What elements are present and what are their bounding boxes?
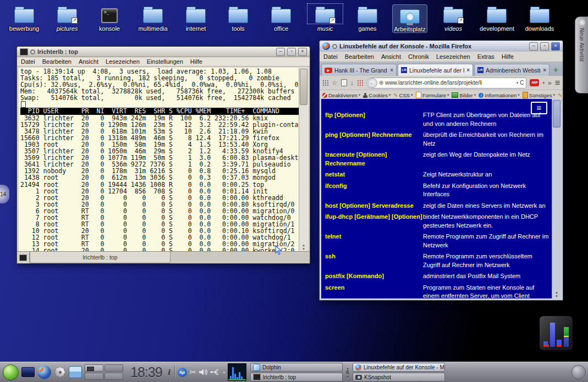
window-pin-icon[interactable]: [332, 44, 337, 49]
adblock-dropdown-icon[interactable]: ▾: [542, 81, 545, 85]
menu-chronik[interactable]: Chronik: [408, 53, 429, 60]
apps-grid-icon[interactable]: [322, 80, 328, 86]
page-menu-icon[interactable]: ≡: [531, 102, 547, 114]
url-bar[interactable]: ← ⊕ www.larsrichter-online.de/lars/proje…: [366, 77, 527, 88]
bookmark-star-icon[interactable]: ☆: [332, 80, 338, 86]
scrollbar-thumb[interactable]: [300, 69, 307, 105]
file-manager-icon[interactable]: [69, 366, 82, 378]
dev-cookies[interactable]: Cookies▾: [363, 92, 391, 98]
reload-icon[interactable]: C: [520, 80, 524, 86]
adblock-icon[interactable]: ABP: [530, 79, 539, 86]
dev-sonstiges[interactable]: Sonstiges▾: [523, 92, 555, 98]
desktop-icon-development[interactable]: development: [480, 4, 514, 32]
task-dolphin[interactable]: Dolphin: [250, 363, 343, 372]
settings-gear-icon[interactable]: [54, 366, 66, 378]
volume-icon[interactable]: [199, 368, 207, 376]
window-pin-icon[interactable]: [30, 49, 35, 54]
task-konsole[interactable]: lrichterlb : top: [250, 373, 343, 381]
show-desktop-icon[interactable]: [21, 367, 35, 377]
close-button[interactable]: ×: [298, 48, 307, 56]
minimize-button[interactable]: –: [529, 42, 538, 51]
pager-desktop-1[interactable]: [85, 364, 103, 372]
desktop-icon-bewerbung[interactable]: bewerbung: [7, 4, 41, 32]
hamburger-menu-icon[interactable]: ≡: [555, 80, 560, 86]
desktop-icon-arbeitsplatz[interactable]: Arbeitsplatz: [392, 4, 427, 33]
back-button[interactable]: ←: [367, 78, 377, 88]
system-load-widget[interactable]: [539, 315, 573, 351]
scrollbar-arrows[interactable]: ▲▼: [299, 243, 308, 251]
desktop-icon-pictures[interactable]: ↗ pictures: [50, 4, 84, 32]
dev-informationen[interactable]: iInformationen▾: [479, 92, 520, 98]
menu-datei[interactable]: Datei: [323, 53, 338, 60]
menu-bearbeiten[interactable]: Bearbeiten: [42, 58, 72, 65]
desktop-icon-multimedia[interactable]: multimedia: [136, 4, 170, 32]
minimize-button[interactable]: –: [276, 48, 285, 56]
task-ksnapshot[interactable]: KSnapshot: [353, 373, 445, 381]
pager-desktop-3[interactable]: [85, 373, 103, 380]
tab-close-icon[interactable]: ×: [466, 67, 470, 73]
close-button[interactable]: ×: [551, 42, 560, 51]
menu-extras[interactable]: Extras: [477, 53, 494, 60]
desktop-icon-konsole[interactable]: >_ konsole: [92, 4, 127, 32]
edit-pencil-icon[interactable]: ✎: [558, 92, 562, 98]
new-tab-button[interactable]: [17, 252, 30, 263]
menu-ansicht[interactable]: Ansicht: [381, 53, 401, 60]
start-menu-button[interactable]: [3, 364, 19, 380]
tab-linuxbefehle[interactable]: LR Linuxbefehle auf der Kon... ×: [398, 64, 473, 76]
desktop-icon-office[interactable]: office: [264, 4, 298, 32]
konsole-session-tab[interactable]: lrichterlb : top: [30, 252, 171, 263]
panel-cashew-button[interactable]: [571, 365, 586, 379]
menu-einstellungen[interactable]: Einstellungen: [147, 58, 183, 65]
maximize-button[interactable]: ▫: [287, 48, 296, 56]
maximize-button[interactable]: ▫: [540, 42, 549, 51]
dev-deaktivieren[interactable]: Deaktivieren▾: [322, 92, 360, 98]
konsole-titlebar[interactable]: lrichterlb : top – ▫ ×: [17, 47, 310, 57]
new-tab-button[interactable]: +: [553, 64, 558, 76]
system-monitor-graph[interactable]: [228, 363, 246, 381]
firefox-launcher-icon[interactable]: [37, 366, 51, 379]
scrollbar-thumb[interactable]: [553, 100, 560, 128]
task-firefox[interactable]: Linuxbefehle auf der Konsole - Moz: [353, 363, 445, 372]
desktop-icon-music[interactable]: ↗ music: [308, 4, 342, 32]
desktop-icon-videos[interactable]: ↗ videos: [436, 4, 470, 32]
pager-desktop-2[interactable]: [105, 364, 123, 372]
clipboard-icon[interactable]: [341, 79, 347, 86]
activity-sidebar-tab[interactable]: Neue Aktivität: [575, 16, 588, 93]
tab-close-icon[interactable]: ×: [543, 67, 546, 73]
desktop-icon-downloads[interactable]: downloads: [523, 4, 557, 32]
overflow-chevron-icon[interactable]: »: [548, 80, 552, 86]
tray-expand-icon[interactable]: ▴: [223, 370, 225, 374]
url-text[interactable]: www.larsrichter-online.de/lars/projekte/…: [385, 80, 515, 86]
tab-adminbereich[interactable]: LR Adminbereich Website 2... ×: [474, 64, 549, 76]
menu-datei[interactable]: Datei: [21, 58, 35, 65]
url-dropdown-icon[interactable]: ▾: [516, 81, 519, 85]
page-scrollbar[interactable]: ▲▼: [552, 99, 561, 298]
dev-formulare[interactable]: Formulare▾: [416, 92, 449, 98]
notifications-info-icon[interactable]: i: [168, 368, 171, 377]
desktop-icon-tools[interactable]: tools: [221, 4, 255, 32]
desktop-icon-games[interactable]: games: [350, 4, 384, 32]
desktop-pager[interactable]: [85, 364, 123, 380]
firefox-titlebar[interactable]: Linuxbefehle auf der Konsole - Mozilla F…: [320, 41, 563, 52]
usb-device-icon[interactable]: [210, 369, 220, 375]
menu-hilfe[interactable]: Hilfe: [502, 53, 514, 60]
clock[interactable]: 18:39: [130, 364, 162, 380]
menu-lesezeichen[interactable]: Lesezeichen: [436, 53, 470, 60]
terminal-scrollbar[interactable]: ▲▼: [299, 68, 308, 251]
menu-ansicht[interactable]: Ansicht: [79, 58, 98, 65]
tab-close-icon[interactable]: ×: [390, 67, 393, 73]
desktop-icon-internet[interactable]: internet: [179, 4, 213, 32]
menu-lesezeichen[interactable]: Lesezeichen: [106, 58, 140, 65]
scrollbar-arrows[interactable]: ▲▼: [552, 291, 561, 298]
menu-bearbeiten[interactable]: Bearbeiten: [345, 53, 374, 60]
terminal-output[interactable]: top - 18:39:14 up 4:08, 3 users, load av…: [19, 68, 299, 251]
tab-hank-iii[interactable]: ▶ Hank III - The Grand Ole ... ×: [321, 64, 397, 76]
download-icon[interactable]: ↓: [350, 80, 354, 86]
hp-tray-icon[interactable]: hp: [178, 368, 187, 377]
extensions-grid-icon[interactable]: [357, 80, 363, 86]
dev-bilder[interactable]: Bilder▾: [452, 92, 476, 98]
pager-desktop-4[interactable]: [105, 373, 123, 380]
dev-css[interactable]: ✎CSS▾: [393, 92, 413, 98]
klipper-scissors-icon[interactable]: ✂: [190, 368, 196, 376]
menu-hilfe[interactable]: Hilfe: [190, 58, 202, 65]
